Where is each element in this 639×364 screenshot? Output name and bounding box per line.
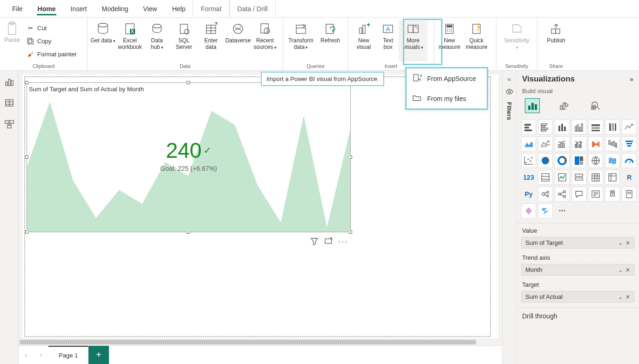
drill-through-section[interactable]: Drill through xyxy=(517,307,639,324)
recent-sources-button[interactable]: Recent sources▾ xyxy=(252,20,279,61)
remove-field-icon[interactable]: ✕ xyxy=(625,240,630,246)
cut-button[interactable]: ✂Cut xyxy=(24,21,79,34)
horizontal-scrollbar[interactable] xyxy=(19,339,502,345)
model-view-icon[interactable] xyxy=(4,119,14,129)
sql-server-button[interactable]: SQL Server xyxy=(170,20,197,61)
resize-handle-n[interactable] xyxy=(187,81,190,84)
tab-home[interactable]: Home xyxy=(30,0,63,17)
viz-kpi[interactable] xyxy=(555,170,570,185)
scrollbar-thumb[interactable] xyxy=(20,340,476,344)
viz-multi-card[interactable] xyxy=(538,170,553,185)
viz-line-clustered[interactable] xyxy=(571,136,586,151)
chevron-down-icon[interactable]: ⌄ xyxy=(618,267,623,273)
viz-100-column[interactable] xyxy=(605,120,620,135)
excel-workbook-button[interactable]: XExcel workbook xyxy=(116,20,143,61)
viz-stacked-column[interactable] xyxy=(555,120,570,135)
viz-decomposition[interactable] xyxy=(555,187,570,202)
viz-waterfall[interactable] xyxy=(605,136,620,151)
build-visual-tab[interactable] xyxy=(525,98,540,113)
kpi-visual[interactable]: Sum of Target and Sum of Actual by Month… xyxy=(27,83,350,232)
viz-qa[interactable] xyxy=(571,187,586,202)
transform-data-button[interactable]: Transform data▾ xyxy=(285,20,317,61)
chevron-down-icon[interactable]: ⌄ xyxy=(618,240,623,246)
filter-icon[interactable] xyxy=(310,237,319,245)
viz-gauge[interactable] xyxy=(622,153,637,168)
viz-key-influencers[interactable] xyxy=(538,187,553,202)
viz-slicer[interactable] xyxy=(571,170,586,185)
report-view-icon[interactable] xyxy=(4,76,14,87)
viz-stacked-area[interactable] xyxy=(538,136,553,151)
viz-matrix[interactable] xyxy=(605,170,620,185)
viz-funnel[interactable] xyxy=(622,136,637,151)
expand-viz-icon[interactable]: » xyxy=(630,75,633,83)
report-canvas[interactable]: Sum of Target and Sum of Actual by Month… xyxy=(22,74,498,338)
viz-line[interactable] xyxy=(622,120,637,135)
get-data-button[interactable]: Get data▾ xyxy=(89,20,116,61)
tab-datadrill[interactable]: Data / Drill xyxy=(230,0,276,17)
refresh-button[interactable]: Refresh xyxy=(317,20,344,61)
viz-scatter[interactable] xyxy=(521,153,536,168)
viz-area[interactable] xyxy=(521,136,536,151)
viz-power-apps[interactable] xyxy=(521,203,536,218)
tab-file[interactable]: File xyxy=(5,0,30,17)
chevron-down-icon[interactable]: ⌄ xyxy=(618,294,623,300)
viz-goals[interactable] xyxy=(605,187,620,202)
data-hub-button[interactable]: Data hub▾ xyxy=(143,20,170,61)
add-page-button[interactable]: + xyxy=(88,346,109,364)
more-options-icon[interactable]: ··· xyxy=(338,237,347,245)
viz-filled-map[interactable] xyxy=(605,153,620,168)
enter-data-button[interactable]: +Enter data xyxy=(197,20,224,61)
viz-treemap[interactable] xyxy=(571,153,586,168)
remove-field-icon[interactable]: ✕ xyxy=(625,267,630,273)
more-visuals-button[interactable]: More visuals▾ xyxy=(399,20,428,61)
viz-map[interactable] xyxy=(588,153,603,168)
quick-measure-button[interactable]: Quick measure xyxy=(463,20,490,61)
tab-modeling[interactable]: Modeling xyxy=(94,0,136,17)
publish-button[interactable]: Publish xyxy=(539,20,573,61)
page-next-button[interactable]: › xyxy=(34,346,48,364)
from-myfiles-item[interactable]: From my files xyxy=(407,88,487,108)
analytics-tab[interactable] xyxy=(588,98,603,113)
tab-help[interactable]: Help xyxy=(164,0,193,17)
trend-field-well[interactable]: Month ⌄✕ xyxy=(521,264,634,276)
dataverse-button[interactable]: Dataverse xyxy=(224,20,252,61)
viz-r[interactable]: R xyxy=(622,170,637,185)
copy-button[interactable]: Copy xyxy=(24,34,79,47)
page-prev-button[interactable]: ‹ xyxy=(19,346,34,364)
viz-stacked-bar[interactable] xyxy=(521,120,536,135)
value-field-well[interactable]: Sum of Target ⌄✕ xyxy=(521,237,634,249)
new-visual-button[interactable]: +New visual xyxy=(350,20,377,61)
expand-filters-icon[interactable]: « xyxy=(508,75,511,83)
viz-ribbon[interactable] xyxy=(588,136,603,151)
viz-donut[interactable] xyxy=(555,153,570,168)
remove-field-icon[interactable]: ✕ xyxy=(625,294,630,300)
eye-icon[interactable] xyxy=(505,88,514,97)
viz-table[interactable] xyxy=(588,170,603,185)
format-visual-tab[interactable] xyxy=(557,98,571,113)
from-appsource-item[interactable]: + From AppSource xyxy=(407,68,487,88)
svg-rect-97 xyxy=(626,143,632,144)
viz-pie[interactable] xyxy=(538,153,553,168)
viz-py[interactable]: Py xyxy=(521,187,536,202)
format-painter-button[interactable]: 🖌Format painter xyxy=(24,47,79,61)
tab-view[interactable]: View xyxy=(136,0,164,17)
tab-insert[interactable]: Insert xyxy=(63,0,94,17)
target-field-well[interactable]: Sum of Actual ⌄✕ xyxy=(521,291,634,303)
resize-handle-nw[interactable] xyxy=(25,81,28,84)
data-view-icon[interactable] xyxy=(4,98,14,108)
viz-smart-narrative[interactable] xyxy=(588,187,603,202)
viz-card[interactable]: 123 xyxy=(521,170,536,185)
viz-100-bar[interactable] xyxy=(588,120,603,135)
viz-line-column[interactable] xyxy=(555,136,570,151)
focus-mode-icon[interactable] xyxy=(324,237,333,245)
viz-power-automate[interactable] xyxy=(538,203,553,218)
text-box-button[interactable]: AText box xyxy=(377,20,399,61)
viz-clustered-column[interactable] xyxy=(571,120,586,135)
page-tab-1[interactable]: Page 1 xyxy=(48,346,88,364)
viz-more-icon[interactable]: ··· xyxy=(555,203,570,218)
tab-format[interactable]: Format xyxy=(193,0,229,17)
viz-paginated[interactable] xyxy=(622,187,637,202)
paste-button[interactable]: Paste xyxy=(2,20,22,61)
new-measure-button[interactable]: New measure xyxy=(436,20,463,61)
viz-clustered-bar[interactable] xyxy=(538,120,553,135)
